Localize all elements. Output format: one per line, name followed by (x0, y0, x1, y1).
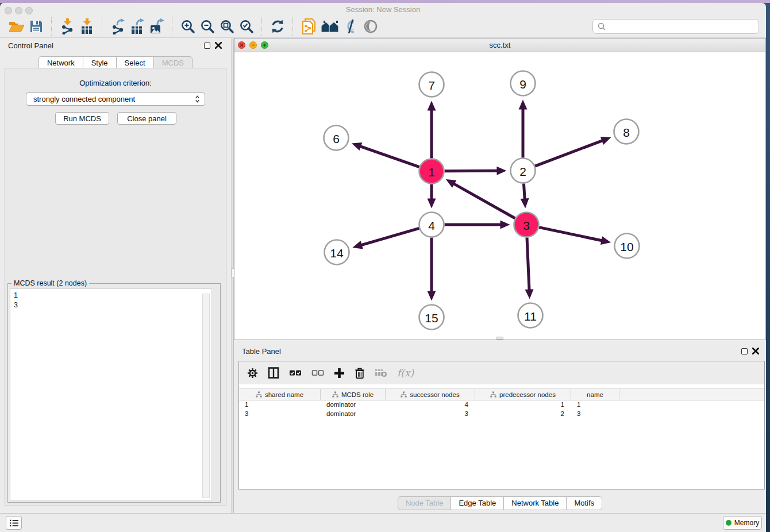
function-builder-icon[interactable]: f(x) (397, 367, 414, 379)
window-title: Session: New Session (0, 5, 766, 14)
graph-edge-2-3[interactable] (523, 183, 525, 199)
dropdown-spinner-icon (195, 95, 200, 103)
graph-edge-1-2[interactable] (444, 171, 498, 171)
control-panel-title: Control Panel (8, 41, 53, 50)
main-toolbar (0, 16, 766, 38)
float-panel-icon[interactable] (741, 348, 748, 354)
graph-edge-arrowhead (428, 291, 436, 301)
criterion-dropdown-value: strongly connected component (33, 95, 195, 103)
new-network-icon[interactable] (299, 17, 318, 36)
tab-node-table[interactable]: Node Table (398, 496, 452, 510)
graph-node-label-8: 8 (623, 126, 630, 139)
gear-icon[interactable] (247, 368, 258, 379)
table-cell: 1 (475, 400, 571, 410)
table-cell: 1 (239, 400, 321, 410)
run-mcds-button[interactable]: Run MCDS (55, 112, 109, 125)
open-file-icon[interactable] (7, 17, 26, 36)
criterion-dropdown[interactable]: strongly connected component (26, 92, 205, 106)
network-view[interactable]: 7968124314101511 (234, 52, 765, 340)
select-all-columns-icon[interactable] (289, 369, 302, 377)
graph-node-label-1: 1 (428, 165, 435, 179)
column-header-MCDS-role[interactable]: MCDS role (321, 389, 386, 400)
graph-node-label-3: 3 (523, 219, 530, 232)
delete-table-icon[interactable] (375, 368, 387, 377)
show-panels-eye-icon[interactable] (361, 17, 380, 36)
graph-edge-3-1[interactable] (453, 183, 515, 218)
main-titlebar: Session: New Session (0, 3, 766, 16)
tab-network-table[interactable]: Network Table (503, 496, 567, 510)
table-panel-header: Table Panel (234, 344, 766, 359)
home-layout-icon[interactable] (318, 17, 341, 36)
graph-edge-arrowhead (600, 236, 611, 245)
add-column-icon[interactable] (334, 368, 345, 379)
control-panel-header: Control Panel (0, 38, 231, 53)
task-history-button[interactable] (6, 516, 22, 530)
table-tabs: Node TableEdge TableNetwork TableMotifs (234, 496, 766, 510)
search-box[interactable] (592, 19, 759, 34)
toolbar-separator (51, 17, 52, 36)
delete-column-icon[interactable] (355, 367, 365, 379)
list-icon (9, 519, 19, 527)
mcds-result-title: MCDS result (2 nodes) (11, 279, 89, 287)
refresh-icon[interactable] (268, 17, 287, 36)
graph-edge-arrowhead (525, 289, 533, 299)
close-panel-icon[interactable] (215, 42, 222, 49)
tab-motifs[interactable]: Motifs (566, 496, 602, 510)
graph-edge-3-11[interactable] (527, 237, 529, 290)
close-panel-button[interactable]: Close panel (117, 112, 176, 125)
memory-button[interactable]: Memory (723, 516, 762, 530)
network-frame-titlebar: scc.txt (234, 38, 765, 52)
graph-node-label-11: 11 (524, 310, 537, 323)
search-icon (598, 22, 606, 30)
export-image-icon[interactable] (147, 17, 167, 36)
table-panel: Table Panel (234, 344, 766, 513)
network-frame: scc.txt 7968124314101511 (234, 38, 766, 340)
search-input[interactable] (609, 22, 754, 32)
float-panel-icon[interactable] (204, 43, 210, 49)
table-row[interactable]: 3dominator323 (239, 410, 764, 419)
table-panel-title: Table Panel (242, 347, 281, 356)
split-columns-icon[interactable] (268, 367, 279, 379)
save-session-icon[interactable] (26, 17, 46, 36)
export-table-icon[interactable] (128, 17, 147, 36)
graph-edge-2-8[interactable] (535, 140, 603, 166)
table-toolbar: f(x) (239, 361, 764, 384)
column-type-icon (490, 391, 496, 398)
horizontal-splitter[interactable] (234, 340, 766, 344)
control-panel: Control Panel NetworkStyleSelectMCDS Opt… (0, 38, 231, 513)
export-network-icon[interactable] (108, 17, 128, 36)
table-cell: dominator (321, 400, 386, 410)
column-header-predecessor-nodes[interactable]: predecessor nodes (475, 389, 571, 400)
import-table-icon[interactable] (77, 17, 97, 36)
memory-label: Memory (734, 519, 759, 527)
deselect-all-columns-icon[interactable] (311, 369, 324, 377)
graph-edge-3-10[interactable] (539, 228, 602, 241)
result-scrollbar[interactable] (202, 294, 210, 498)
table-row[interactable]: 1dominator411 (239, 400, 764, 410)
import-network-icon[interactable] (57, 17, 77, 36)
tab-edge-table[interactable]: Edge Table (451, 496, 504, 510)
graph-edge-arrowhead (500, 221, 510, 229)
close-panel-icon[interactable] (752, 348, 759, 354)
zoom-fit-icon[interactable] (217, 17, 237, 36)
network-graph: 7968124314101511 (234, 52, 765, 340)
table-cell: 3 (239, 410, 321, 419)
graph-edge-4-14[interactable] (361, 228, 419, 245)
graph-edge-arrowhead (428, 101, 436, 111)
zoom-selected-icon[interactable] (237, 17, 256, 36)
zoom-in-icon[interactable] (178, 17, 198, 36)
network-frame-title: scc.txt (234, 41, 765, 49)
hide-panels-icon[interactable] (341, 17, 361, 36)
column-header-name[interactable]: name (571, 389, 619, 400)
status-bar: Memory (0, 513, 766, 532)
mcds-result-textarea[interactable]: 1 3 (10, 288, 212, 500)
graph-node-label-10: 10 (620, 240, 633, 253)
network-view-resize-handle[interactable] (496, 337, 503, 340)
graph-edge-1-6[interactable] (360, 146, 419, 167)
node-table-rows: 1dominator4113dominator323 (239, 400, 764, 419)
column-header-successor-nodes[interactable]: successor nodes (386, 389, 475, 400)
graph-node-label-15: 15 (425, 311, 438, 325)
graph-node-label-14: 14 (330, 246, 344, 260)
column-header-shared-name[interactable]: shared name (239, 389, 321, 400)
zoom-out-icon[interactable] (198, 17, 217, 36)
